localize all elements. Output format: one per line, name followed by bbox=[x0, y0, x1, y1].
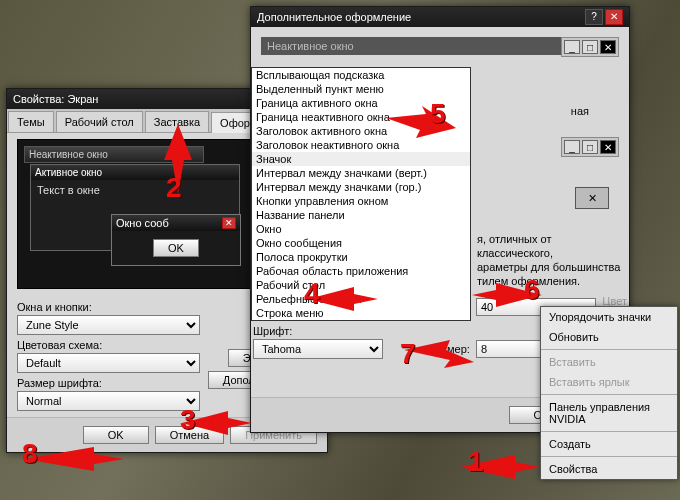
preview-inactive-window: Неактивное окно bbox=[24, 146, 204, 163]
list-item[interactable]: Окно bbox=[252, 222, 470, 236]
list-item[interactable]: Граница активного окна bbox=[252, 96, 470, 110]
label-font-size: Размер шрифта: bbox=[17, 377, 200, 389]
list-item[interactable]: Интервал между значками (гор.) bbox=[252, 180, 470, 194]
preview-active-title: Активное окно bbox=[31, 165, 239, 180]
ok-button[interactable]: OK bbox=[83, 426, 149, 444]
preview-active-window: Активное окно Текст в окне Окно сооб ✕ O… bbox=[30, 164, 240, 251]
list-item[interactable]: Граница неактивного окна bbox=[252, 110, 470, 124]
list-item-selected[interactable]: Значок bbox=[252, 152, 470, 166]
list-item[interactable]: Окно сообщения bbox=[252, 236, 470, 250]
close-icon[interactable]: ✕ bbox=[605, 9, 623, 25]
list-item[interactable]: Интервал между значками (верт.) bbox=[252, 166, 470, 180]
preview-button: ✕ bbox=[575, 187, 609, 209]
ctx-paste: Вставить bbox=[541, 352, 677, 372]
close-icon: ✕ bbox=[600, 140, 616, 154]
font-size-input[interactable] bbox=[476, 340, 549, 358]
titlebar[interactable]: Дополнительное оформление ? ✕ bbox=[251, 7, 629, 27]
tab-themes[interactable]: Темы bbox=[8, 111, 54, 132]
tab-desktop[interactable]: Рабочий стол bbox=[56, 111, 143, 132]
list-item[interactable]: Всплывающая подсказка bbox=[252, 68, 470, 82]
font-size-select[interactable]: Normal bbox=[17, 391, 200, 411]
list-item[interactable]: Название панели bbox=[252, 208, 470, 222]
list-item[interactable]: Заголовок активного окна bbox=[252, 124, 470, 138]
list-item[interactable]: Строка меню bbox=[252, 306, 470, 320]
element-dropdown-list[interactable]: Всплывающая подсказка Выделенный пункт м… bbox=[251, 67, 471, 321]
list-item[interactable]: Заголовок неактивного окна bbox=[252, 138, 470, 152]
desktop-context-menu: Упорядочить значки Обновить Вставить Вст… bbox=[540, 306, 678, 480]
minimize-icon: _ bbox=[564, 40, 580, 54]
label-font: Шрифт: bbox=[253, 325, 297, 337]
ctx-arrange-icons[interactable]: Упорядочить значки bbox=[541, 307, 677, 327]
list-item[interactable]: Рабочая область приложения bbox=[252, 264, 470, 278]
msgbox-ok-button: OK bbox=[153, 239, 199, 257]
list-item[interactable]: Рельефные объекты bbox=[252, 292, 470, 306]
ctx-paste-shortcut: Вставить ярлык bbox=[541, 372, 677, 392]
cancel-button[interactable]: Отмена bbox=[155, 426, 224, 444]
list-item[interactable]: Рабочий стол bbox=[252, 278, 470, 292]
font-select[interactable]: Tahoma bbox=[253, 339, 383, 359]
preview-inactive-title: Неактивное окно bbox=[25, 147, 203, 162]
preview-text-fragment: ная bbox=[571, 105, 589, 117]
preview-window-controls: _ □ ✕ bbox=[561, 137, 619, 157]
minimize-icon: _ bbox=[564, 140, 580, 154]
preview-text: Текст в окне bbox=[37, 184, 100, 196]
msgbox-title: Окно сооб bbox=[116, 217, 169, 229]
tab-screensaver[interactable]: Заставка bbox=[145, 111, 209, 132]
label-windows-buttons: Окна и кнопки: bbox=[17, 301, 200, 313]
list-item[interactable]: Полоса прокрутки bbox=[252, 250, 470, 264]
preview-active-body: Текст в окне Окно сооб ✕ OK bbox=[31, 180, 239, 250]
ctx-create[interactable]: Создать bbox=[541, 434, 677, 454]
label-color-scheme: Цветовая схема: bbox=[17, 339, 200, 351]
maximize-icon: □ bbox=[582, 40, 598, 54]
help-icon[interactable]: ? bbox=[585, 9, 603, 25]
close-icon: ✕ bbox=[600, 40, 616, 54]
close-icon: ✕ bbox=[222, 217, 236, 229]
preview-window-controls: _ □ ✕ bbox=[561, 37, 619, 57]
list-item[interactable]: Кнопки управления окном bbox=[252, 194, 470, 208]
list-item[interactable]: Выделенный пункт меню bbox=[252, 82, 470, 96]
color-scheme-select[interactable]: Default bbox=[17, 353, 200, 373]
hint-text: я, отличных от классического, араметры д… bbox=[477, 232, 629, 288]
window-title: Свойства: Экран bbox=[13, 89, 281, 109]
ctx-properties[interactable]: Свойства bbox=[541, 459, 677, 479]
maximize-icon: □ bbox=[582, 140, 598, 154]
windows-buttons-select[interactable]: Zune Style bbox=[17, 315, 200, 335]
close-icon: ✕ bbox=[588, 192, 597, 205]
label-font-size: Размер: bbox=[429, 343, 470, 355]
ctx-refresh[interactable]: Обновить bbox=[541, 327, 677, 347]
window-title: Дополнительное оформление bbox=[257, 7, 583, 27]
ctx-nvidia-panel[interactable]: Панель управления NVIDIA bbox=[541, 397, 677, 429]
preview-msgbox: Окно сооб ✕ OK bbox=[111, 214, 241, 266]
